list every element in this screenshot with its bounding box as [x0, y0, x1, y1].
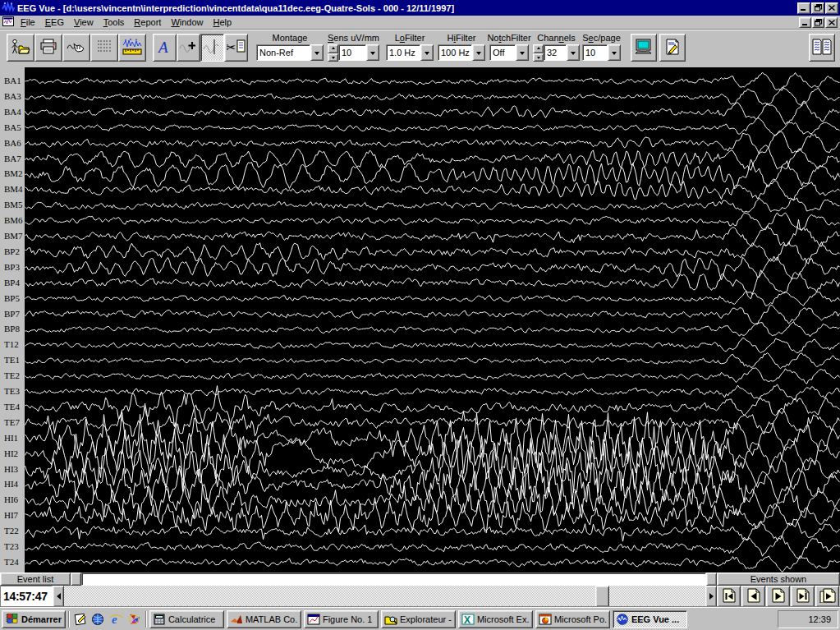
eegvue-icon — [616, 614, 629, 625]
menu-file[interactable]: File — [16, 16, 40, 28]
calibration-button[interactable] — [118, 34, 146, 62]
close-button[interactable] — [825, 2, 838, 14]
task-button-explorateur[interactable]: Explorateur -... — [381, 610, 456, 628]
svg-text:A: A — [157, 39, 168, 56]
scrollbar-track[interactable] — [64, 586, 705, 607]
secpage-control: 10 — [582, 44, 621, 61]
sens-spin-down-button[interactable] — [328, 53, 338, 62]
open-patient-button[interactable] — [7, 34, 34, 62]
task-button-microsoft-po[interactable]: Microsoft Po... — [535, 610, 610, 628]
sens-value[interactable]: 10 — [338, 44, 366, 61]
hifilter-value[interactable]: 100 Hz — [438, 44, 472, 61]
task-button-figure-no-1[interactable]: Figure No. 1 — [304, 610, 379, 628]
scrollbar-thumb[interactable] — [595, 586, 609, 607]
events-shown-button[interactable]: Events shown — [717, 573, 840, 586]
start-button[interactable]: Démarrer — [2, 610, 66, 628]
child-minimize-button[interactable] — [799, 17, 811, 28]
channels-value[interactable]: 32 — [544, 44, 567, 61]
channels-control: 32 — [533, 44, 580, 61]
prev-event-button[interactable] — [741, 586, 765, 607]
eeg-display: BA1BA3BA4BA5BA6BA7BM2BM4BM5BM6BM7BP2BP3B… — [0, 67, 840, 573]
taskbar-separator — [145, 611, 147, 628]
annotation-button[interactable]: A — [153, 34, 177, 62]
event-list-small-button[interactable] — [71, 573, 81, 586]
add-event-button[interactable] — [177, 34, 200, 62]
menu-window[interactable]: Window — [166, 16, 208, 28]
channel-label-t22: T22 — [4, 526, 19, 536]
menu-help[interactable]: Help — [209, 16, 237, 28]
lofilter-dropdown-button[interactable] — [420, 44, 434, 61]
scroll-left-button[interactable] — [53, 586, 64, 607]
left-arrow-icon — [53, 593, 61, 600]
menu-report[interactable]: Report — [129, 16, 166, 28]
channel-label-hi7: HI7 — [4, 510, 18, 521]
channel-label-t24: T24 — [4, 557, 19, 568]
electrode-button[interactable] — [62, 34, 90, 62]
montage-value[interactable]: Non-Ref — [256, 44, 310, 61]
scroll-right-button[interactable] — [705, 586, 717, 607]
report-edit-icon — [663, 38, 682, 57]
menu-tools[interactable]: Tools — [99, 16, 130, 28]
notchfilter-label: NotchFilter — [487, 33, 530, 43]
lofilter-value[interactable]: 1.0 Hz — [386, 44, 420, 61]
channel-label-ba7: BA7 — [4, 154, 21, 164]
next-event-button[interactable] — [766, 586, 790, 607]
event-list-box[interactable] — [81, 573, 706, 586]
eeg-trace-area[interactable] — [25, 67, 840, 573]
last-page-icon — [794, 588, 812, 605]
channel-label-ba6: BA6 — [4, 138, 21, 149]
channel-label-hi2: HI2 — [4, 448, 18, 459]
print-button[interactable] — [34, 34, 62, 62]
channel-label-te1: TE1 — [4, 355, 20, 366]
menu-eeg[interactable]: EEG — [40, 16, 69, 28]
hifilter-dropdown-button[interactable] — [472, 44, 485, 61]
secpage-dropdown-button[interactable] — [608, 44, 621, 61]
notchfilter-value[interactable]: Off — [489, 44, 516, 61]
sens-dropdown-button[interactable] — [366, 44, 379, 61]
channels-spin-down-button[interactable] — [533, 53, 544, 62]
taskbar-separator — [68, 611, 70, 628]
channels-label: Channels — [537, 33, 575, 43]
quicklaunch-channels-icon[interactable] — [126, 611, 143, 628]
next-page-icon — [769, 588, 787, 605]
quicklaunch-ie-icon[interactable]: e — [108, 611, 125, 628]
channel-label-ba5: BA5 — [4, 122, 21, 133]
child-close-button[interactable] — [825, 17, 838, 28]
events-shown-small-button[interactable] — [706, 573, 717, 586]
channels-dropdown-button[interactable] — [567, 44, 580, 61]
secpage-value[interactable]: 10 — [582, 44, 608, 61]
clip-report-button[interactable]: ✂ — [224, 34, 248, 62]
restore-button[interactable] — [811, 2, 824, 14]
event-list-button[interactable]: Event list — [0, 573, 71, 586]
wave-cursor-button[interactable] — [200, 34, 224, 62]
notchfilter-dropdown-button[interactable] — [516, 44, 529, 61]
page-time-display: 14:57:47 — [0, 586, 53, 607]
scroll-row: 14:57:47 — [0, 586, 840, 607]
montage-dropdown-button[interactable] — [310, 44, 324, 61]
menu-view[interactable]: View — [69, 16, 99, 28]
montage-control: Non-Ref — [256, 44, 324, 61]
minimize-button[interactable] — [797, 2, 810, 14]
quicklaunch-note-icon[interactable] — [72, 611, 89, 628]
task-button-eeg-vue[interactable]: EEG Vue ... — [613, 610, 687, 628]
sens-spin-up-button[interactable] — [328, 44, 338, 53]
task-button-microsoft-ex[interactable]: XMicrosoft Ex... — [458, 610, 533, 628]
up-arrow-icon — [537, 45, 540, 49]
child-restore-button[interactable] — [812, 17, 824, 28]
up-arrow-icon — [332, 45, 335, 49]
goto-event-button[interactable] — [815, 586, 839, 607]
task-button-matlab-co[interactable]: MATLAB Co... — [227, 610, 301, 628]
dropdown-arrow-icon — [425, 52, 429, 57]
dual-page-button[interactable] — [809, 34, 835, 62]
montage-grid-button[interactable] — [90, 34, 118, 62]
review-monitor-button[interactable] — [631, 34, 657, 62]
prev-page-icon — [745, 588, 763, 605]
task-button-calculatrice[interactable]: Calculatrice — [149, 610, 224, 628]
report-edit-button[interactable] — [659, 34, 686, 62]
document-icon[interactable] — [2, 16, 14, 28]
last-event-button[interactable] — [791, 586, 815, 607]
first-event-button[interactable] — [717, 586, 741, 607]
channels-spin-up-button[interactable] — [533, 44, 544, 53]
channel-label-bp3: BP3 — [4, 262, 20, 273]
quicklaunch-globe-icon[interactable] — [90, 611, 107, 628]
